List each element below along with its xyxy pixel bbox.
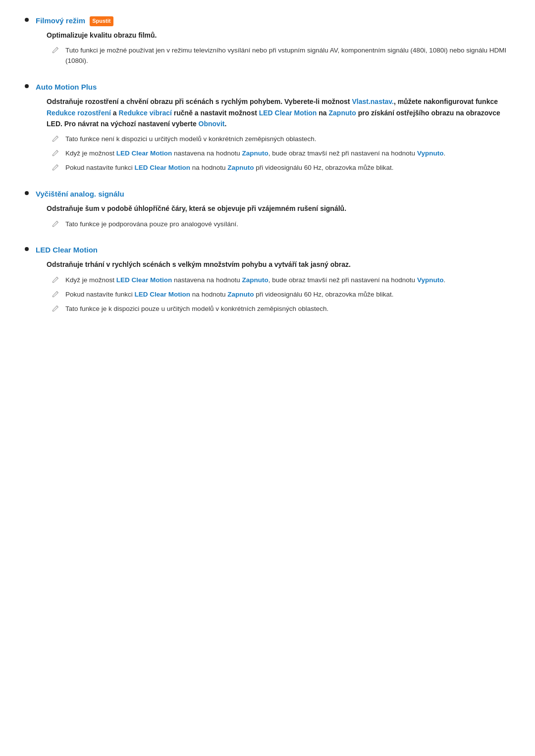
note-text: Tuto funkci je možné používat jen v reži… xyxy=(65,46,510,66)
link-zapnuto-5[interactable]: Zapnuto xyxy=(227,291,254,298)
link-redukce-vibraci[interactable]: Redukce vibrací xyxy=(119,109,172,117)
link-vlastnastav[interactable]: Vlast.nastav. xyxy=(352,98,394,105)
section-body-led-clear-motion: Odstraňuje trhání v rychlých scénách s v… xyxy=(47,259,445,314)
section-desc-auto-motion-plus: Odstraňuje rozostření a chvění obrazu př… xyxy=(47,96,510,129)
link-vypnuto-4[interactable]: Vypnuto xyxy=(417,276,444,284)
pencil-icon xyxy=(52,304,60,313)
section-title-vycisteni-analog: Vyčištění analog. signálu xyxy=(36,190,124,198)
bullet-dot xyxy=(25,191,29,195)
section-title-auto-motion-plus: Auto Motion Plus xyxy=(36,83,97,91)
link-redukce-rozpostreni[interactable]: Redukce rozostření xyxy=(47,109,111,117)
note-list-auto-motion-plus: Tato funkce není k dispozici u určitých … xyxy=(47,134,510,173)
note-text: Když je možnost LED Clear Motion nastave… xyxy=(65,275,445,286)
link-zapnuto-1[interactable]: Zapnuto xyxy=(329,109,356,117)
section-body-auto-motion-plus: Odstraňuje rozostření a chvění obrazu př… xyxy=(47,96,510,173)
note-item: Pokud nastavíte funkci LED Clear Motion … xyxy=(52,290,445,300)
bullet-dot xyxy=(25,247,29,251)
bullet-dot xyxy=(25,18,29,22)
pencil-icon xyxy=(52,46,60,55)
note-list-vycisteni-analog: Tato funkce je podporována pouze pro ana… xyxy=(47,219,346,230)
note-item: Pokud nastavíte funkci LED Clear Motion … xyxy=(52,163,510,173)
note-text: Tato funkce není k dispozici u určitých … xyxy=(65,134,317,145)
section-body-vycisteni-analog: Odstraňuje šum v podobě úhlopříčné čáry,… xyxy=(47,203,346,229)
section-vycisteni-analog: Vyčištění analog. signálu Odstraňuje šum… xyxy=(25,188,510,233)
link-zapnuto-4[interactable]: Zapnuto xyxy=(242,276,268,284)
link-zapnuto-3[interactable]: Zapnuto xyxy=(227,164,254,171)
link-vypnuto-2[interactable]: Vypnuto xyxy=(417,150,444,157)
badge-spustit[interactable]: Spustit xyxy=(90,16,113,26)
pencil-icon xyxy=(52,135,60,144)
section-auto-motion-plus: Auto Motion Plus Odstraňuje rozostření a… xyxy=(25,81,510,177)
note-text: Tato funkce je podporována pouze pro ana… xyxy=(65,219,238,230)
link-zapnuto-2[interactable]: Zapnuto xyxy=(242,150,268,157)
note-text: Pokud nastavíte funkci LED Clear Motion … xyxy=(65,163,394,173)
note-text: Když je možnost LED Clear Motion nastave… xyxy=(65,149,445,159)
link-led-clear-motion-5[interactable]: LED Clear Motion xyxy=(135,291,191,298)
section-desc-led-clear-motion: Odstraňuje trhání v rychlých scénách s v… xyxy=(47,259,445,270)
section-desc-filmovy-rezim: Optimalizuje kvalitu obrazu filmů. xyxy=(47,30,510,41)
pencil-icon xyxy=(52,163,60,172)
page-content: Filmový režim Spustit Optimalizuje kvali… xyxy=(25,15,510,318)
section-led-clear-motion: LED Clear Motion Odstraňuje trhání v ryc… xyxy=(25,244,510,318)
link-led-clear-motion-2[interactable]: LED Clear Motion xyxy=(116,150,172,157)
note-item: Tato funkce není k dispozici u určitých … xyxy=(52,134,510,145)
note-text: Pokud nastavíte funkci LED Clear Motion … xyxy=(65,290,394,300)
section-title-filmovy-rezim: Filmový režim Spustit xyxy=(36,16,113,25)
section-title-led-clear-motion: LED Clear Motion xyxy=(36,246,98,254)
note-item: Když je možnost LED Clear Motion nastave… xyxy=(52,275,445,286)
bullet-dot xyxy=(25,84,29,88)
section-body-filmovy-rezim: Optimalizuje kvalitu obrazu filmů. Tuto … xyxy=(47,30,510,66)
pencil-icon xyxy=(52,290,60,299)
note-item: Tato funkce je podporována pouze pro ana… xyxy=(52,219,346,230)
section-desc-vycisteni-analog: Odstraňuje šum v podobě úhlopříčné čáry,… xyxy=(47,203,346,214)
note-item: Když je možnost LED Clear Motion nastave… xyxy=(52,149,510,159)
section-filmovy-rezim: Filmový režim Spustit Optimalizuje kvali… xyxy=(25,15,510,70)
pencil-icon xyxy=(52,149,60,158)
link-led-clear-motion-1[interactable]: LED Clear Motion xyxy=(259,109,317,117)
note-list-filmovy-rezim: Tuto funkci je možné používat jen v reži… xyxy=(47,46,510,66)
note-item: Tuto funkci je možné používat jen v reži… xyxy=(52,46,510,66)
pencil-icon xyxy=(52,220,60,229)
note-item: Tato funkce je k dispozici pouze u určit… xyxy=(52,304,445,314)
link-led-clear-motion-3[interactable]: LED Clear Motion xyxy=(135,164,191,171)
note-list-led-clear-motion: Když je možnost LED Clear Motion nastave… xyxy=(47,275,445,314)
pencil-icon xyxy=(52,276,60,285)
link-obnovit[interactable]: Obnovit xyxy=(199,120,225,128)
link-led-clear-motion-4[interactable]: LED Clear Motion xyxy=(116,276,172,284)
note-text: Tato funkce je k dispozici pouze u určit… xyxy=(65,304,328,314)
